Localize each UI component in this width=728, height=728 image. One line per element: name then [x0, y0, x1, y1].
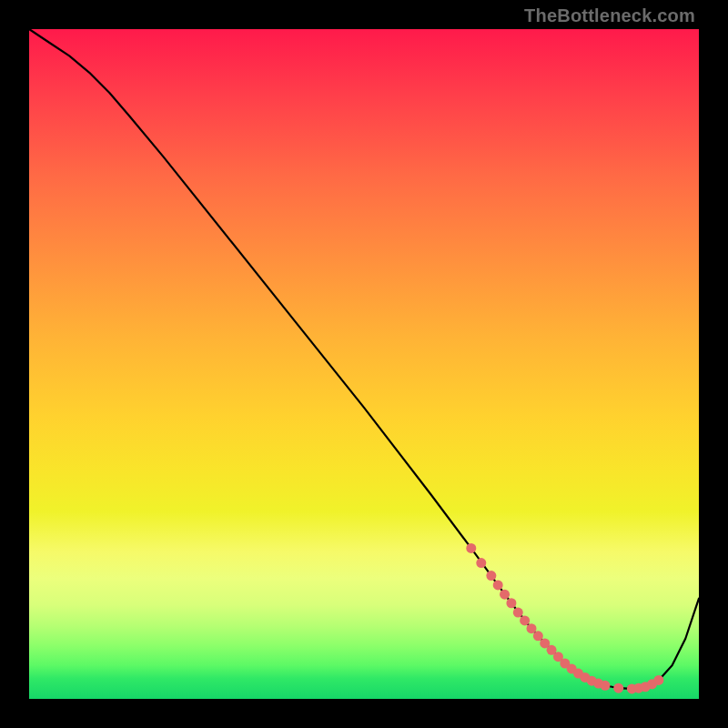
highlight-dot — [493, 580, 503, 590]
highlight-dot — [613, 683, 623, 693]
highlight-dot — [653, 675, 663, 685]
highlight-dot — [600, 681, 610, 691]
chart-frame: TheBottleneck.com — [0, 0, 728, 728]
highlight-dot — [486, 571, 496, 581]
highlight-dot — [533, 631, 543, 641]
highlight-dot — [520, 615, 530, 625]
highlight-dot — [527, 623, 537, 633]
highlight-dots-group — [466, 543, 663, 694]
curve-layer — [29, 29, 699, 699]
highlight-dot — [500, 590, 510, 600]
highlight-dot — [466, 543, 476, 553]
highlight-dot — [476, 558, 486, 568]
highlight-dot — [513, 608, 523, 618]
watermark-text: TheBottleneck.com — [524, 5, 695, 26]
highlight-dot — [506, 598, 516, 608]
bottleneck-curve — [29, 29, 699, 689]
plot-area — [29, 29, 699, 699]
